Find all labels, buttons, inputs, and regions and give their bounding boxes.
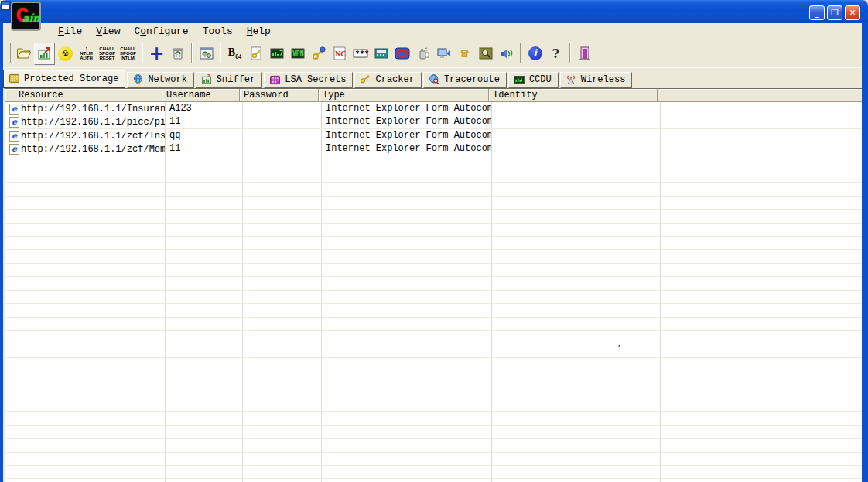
vpn-icon[interactable]: VPN — [287, 43, 308, 65]
tab-label: Cracker — [375, 74, 414, 85]
tab-ccdu[interactable]: CCDU — [508, 72, 559, 88]
tab-sniffer[interactable]: Sniffer — [196, 72, 262, 88]
column-header-type[interactable]: Type — [319, 89, 489, 102]
hash-spectrum-icon[interactable]: 7 — [266, 43, 287, 65]
calculator-icon[interactable] — [371, 43, 391, 65]
nc-document-icon[interactable]: NC — [329, 43, 350, 65]
column-header-username[interactable]: Username — [162, 89, 240, 102]
chall-spoof-reset-button[interactable]: CHALL SPOOF RESET — [97, 43, 118, 65]
base64-decoder-icon[interactable]: B64 — [224, 43, 245, 65]
keypad-magenta-icon — [268, 73, 282, 87]
cell-username: 11 — [165, 142, 242, 155]
table-row-empty — [5, 224, 862, 237]
table-row-empty — [5, 304, 862, 317]
internet-explorer-icon: e — [9, 117, 19, 128]
column-header-identity[interactable]: Identity — [489, 89, 658, 102]
table-row-empty — [5, 371, 862, 385]
ntlm-auth-button[interactable]: ↑NTLM AUTH — [76, 43, 97, 65]
cain-logo: C aín — [11, 2, 41, 31]
maximize-button[interactable]: ❐ — [827, 5, 842, 20]
tab-lsa-secrets[interactable]: LSA Secrets — [264, 72, 353, 88]
column-header-password[interactable]: Password — [240, 89, 319, 102]
tab-cracker[interactable]: Cracker — [354, 72, 421, 88]
table-row-empty — [5, 385, 862, 398]
table-row-empty — [5, 291, 862, 304]
tab-label: Wireless — [581, 74, 626, 85]
cell-resource: ehttp://192.168.1.1/Insuranc... — [8, 102, 165, 115]
open-folder-icon[interactable] — [13, 43, 34, 65]
toolbar-text-label: CHALL SPOOF NTLM — [120, 46, 136, 60]
exit-door-icon[interactable] — [574, 43, 595, 65]
cell-password — [242, 142, 321, 155]
toolbar-separator — [142, 43, 143, 63]
help-icon[interactable]: ? — [545, 43, 566, 65]
red-ring-icon[interactable] — [391, 43, 412, 65]
spray-can-icon[interactable] — [412, 43, 433, 65]
title-bar[interactable]: _❐✕ — [0, 0, 868, 23]
toolbar-grip[interactable] — [9, 43, 11, 63]
toolbar-separator — [520, 43, 521, 63]
gold-key-icon — [359, 73, 372, 87]
cell-identity — [491, 115, 660, 128]
delete-trash-icon[interactable] — [167, 43, 188, 65]
table-row-empty — [5, 250, 862, 263]
dump-chart-icon[interactable] — [34, 43, 55, 65]
table-row-empty — [5, 331, 862, 344]
add-item-icon[interactable]: + — [146, 43, 167, 65]
table-row[interactable]: ehttp://192.168.1.1/picc/pic...11Interne… — [5, 115, 862, 128]
menu-file[interactable]: File — [51, 24, 89, 39]
menu-view[interactable]: View — [89, 24, 127, 39]
table-header-row: ResourceUsernamePasswordTypeIdentity — [5, 89, 862, 102]
table-row-empty — [5, 237, 862, 250]
svg-text:***: *** — [355, 50, 369, 58]
key-file-icon[interactable] — [245, 43, 266, 65]
tab-protected-storage[interactable]: Protected Storage — [3, 70, 125, 88]
tab-wireless[interactable]: Wireless — [560, 72, 633, 88]
cain-logo-ain: aín — [22, 12, 40, 24]
cell-resource: ehttp://192.168.1.1/picc/pic... — [8, 115, 165, 128]
tab-traceroute[interactable]: Traceroute — [423, 72, 507, 88]
broadcast-speaker-icon[interactable] — [496, 43, 517, 65]
minimize-button[interactable]: _ — [809, 5, 825, 20]
table-row-empty — [5, 318, 862, 331]
table-row[interactable]: ehttp://192.168.1.1/zcf/Insu...qqInterne… — [5, 129, 862, 142]
info-icon[interactable]: i — [525, 43, 545, 65]
globe-magnifier-icon — [428, 73, 441, 87]
svg-text:7: 7 — [279, 50, 283, 57]
column-header-resource[interactable]: Resource — [5, 89, 162, 102]
menu-tools[interactable]: Tools — [196, 24, 240, 39]
tab-label: LSA Secrets — [285, 74, 346, 85]
menu-bar: FileViewConfigureToolsHelp — [3, 23, 862, 39]
globe-icon — [132, 73, 145, 87]
table-row-empty — [5, 183, 862, 196]
lookup-magnifier-icon[interactable] — [475, 43, 496, 65]
table-row-empty — [5, 426, 862, 439]
plus-glyph: + — [149, 46, 164, 61]
window-border-left — [0, 22, 3, 482]
tab-label: Sniffer — [217, 74, 255, 85]
chall-spoof-ntlm-button[interactable]: CHALL SPOOF NTLM — [118, 43, 138, 65]
blue-key-icon[interactable] — [308, 43, 329, 65]
keypad-gold-icon — [8, 72, 21, 85]
resource-url: http://192.168.1.1/zcf/Insu... — [21, 131, 165, 142]
cain-application-window: _❐✕ C aín FileViewConfigureToolsHelp ☢↑N… — [0, 0, 868, 482]
tab-label: Traceroute — [444, 74, 500, 85]
internet-explorer-icon: e — [9, 104, 19, 115]
menu-help[interactable]: Help — [240, 24, 278, 39]
radioactive-icon[interactable]: ☢ — [55, 43, 76, 65]
configure-gears-icon[interactable] — [196, 43, 217, 65]
menu-configure[interactable]: Configure — [127, 24, 195, 39]
tab-network[interactable]: Network — [127, 72, 193, 88]
password-asterisks-icon[interactable]: *** — [350, 43, 371, 65]
close-button[interactable]: ✕ — [845, 5, 860, 20]
table-row-empty — [5, 453, 862, 466]
table-row[interactable]: ehttp://192.168.1.1/Insuranc...A123Inter… — [5, 102, 862, 115]
table-row[interactable]: ehttp://192.168.1.1/zcf/Memb...11Interne… — [5, 142, 862, 156]
phone-icon[interactable]: ☎ — [454, 43, 475, 65]
tab-label: Protected Storage — [24, 73, 118, 84]
phone-glyph: ☎ — [460, 47, 468, 60]
remote-desktop-speaker-icon[interactable] — [433, 43, 454, 65]
table-row-empty — [5, 197, 862, 210]
cell-type: Internet Explorer Form Autocomp... — [321, 115, 491, 128]
resource-url: http://192.168.1.1/Insuranc... — [21, 104, 165, 115]
